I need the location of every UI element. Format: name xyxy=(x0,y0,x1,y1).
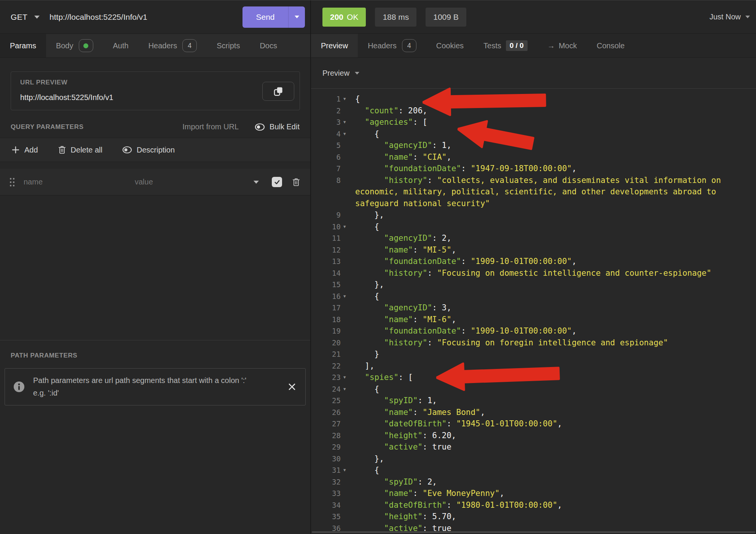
path-parameters-title: PATH PARAMETERS xyxy=(0,340,310,359)
tab-label: Headers xyxy=(148,41,177,50)
green-dot-icon xyxy=(83,43,88,48)
param-name-input[interactable] xyxy=(24,178,135,186)
code-line: 8 "history": "collects, evaluates, and d… xyxy=(311,175,756,210)
code-line: 31▾ { xyxy=(311,464,756,476)
fold-caret-icon[interactable]: ▾ xyxy=(341,128,355,140)
code-line: 23▾ "spies": [ xyxy=(311,372,756,383)
delete-param-trash-icon[interactable] xyxy=(292,178,300,187)
line-number: 4 xyxy=(311,128,341,140)
response-tab-headers[interactable]: Headers4 xyxy=(358,34,426,57)
add-label: Add xyxy=(24,146,38,154)
code-line: 29 "active": true xyxy=(311,441,756,453)
send-button[interactable]: Send xyxy=(242,6,305,28)
code-text: { xyxy=(355,128,736,140)
line-number: 10 xyxy=(311,221,341,233)
request-tab-body[interactable]: Body xyxy=(46,34,103,57)
drag-handle-icon[interactable] xyxy=(8,177,16,188)
gutter: 31▾ xyxy=(311,464,355,476)
request-tab-auth[interactable]: Auth xyxy=(103,34,139,57)
code-text: "active": true xyxy=(355,441,736,453)
fold-caret-icon[interactable]: ▾ xyxy=(341,372,355,383)
gutter: 28 xyxy=(311,430,355,442)
fold-spacer xyxy=(341,348,355,360)
fold-spacer xyxy=(341,499,355,511)
delete-all-button[interactable]: Delete all xyxy=(58,145,102,154)
code-line: 17 "agencyID": 3, xyxy=(311,302,756,314)
gutter: 17 xyxy=(311,302,355,314)
response-tab-tests[interactable]: Tests0 / 0 xyxy=(474,34,537,57)
fold-caret-icon[interactable]: ▾ xyxy=(341,383,355,395)
line-number: 7 xyxy=(311,163,341,175)
code-text: "agencyID": 3, xyxy=(355,302,736,314)
response-tab-console[interactable]: Console xyxy=(587,34,634,57)
code-line: 28 "height": 6.20, xyxy=(311,430,756,442)
line-number: 25 xyxy=(311,395,341,407)
response-tab-cookies[interactable]: Cookies xyxy=(426,34,474,57)
bulk-edit-label: Bulk Edit xyxy=(270,122,300,131)
fold-caret-icon[interactable]: ▾ xyxy=(341,464,355,476)
code-line: 33 "name": "Eve MoneyPenny", xyxy=(311,488,756,499)
bulk-edit-button[interactable]: Bulk Edit xyxy=(255,122,300,131)
tab-label: Params xyxy=(10,41,36,50)
copy-icon xyxy=(273,86,284,97)
fold-caret-icon[interactable]: ▾ xyxy=(341,93,355,105)
code-text: { xyxy=(355,383,736,395)
fold-spacer xyxy=(341,418,355,430)
code-text: "history": "Focusing on foregin intellig… xyxy=(355,337,736,349)
gutter: 9 xyxy=(311,209,355,221)
code-text: "name": "James Bond", xyxy=(355,407,736,418)
gutter: 3▾ xyxy=(311,116,355,128)
fold-spacer xyxy=(341,163,355,175)
method-dropdown-caret-icon[interactable] xyxy=(34,16,40,19)
preview-mode-selector[interactable]: Preview xyxy=(311,58,756,89)
code-line: 3▾ "agencies": [ xyxy=(311,116,756,128)
line-number: 20 xyxy=(311,337,341,349)
response-tab-preview[interactable]: Preview xyxy=(311,34,358,57)
fold-spacer xyxy=(341,279,355,291)
dismiss-info-button[interactable] xyxy=(286,381,298,393)
fold-caret-icon[interactable]: ▾ xyxy=(341,116,355,128)
method-selector[interactable]: GET xyxy=(11,13,27,22)
gutter: 18 xyxy=(311,314,355,326)
response-history-dropdown[interactable]: Just Now xyxy=(710,13,750,21)
code-line: 5 "agencyID": 1, xyxy=(311,140,756,151)
param-options-caret-icon[interactable] xyxy=(254,181,259,184)
add-parameter-button[interactable]: Add xyxy=(11,146,38,154)
code-line: 13 "foundationDate": "1909-10-01T00:00:0… xyxy=(311,256,756,267)
tab-label: Preview xyxy=(321,41,348,50)
request-tab-params[interactable]: Params xyxy=(0,34,46,57)
gutter: 24▾ xyxy=(311,383,355,395)
request-tabs: ParamsBodyAuthHeaders4ScriptsDocs xyxy=(0,34,310,58)
send-options-caret[interactable] xyxy=(288,6,305,28)
code-text: "height": 6.20, xyxy=(355,430,736,442)
send-button-label: Send xyxy=(242,13,288,22)
code-text: "name": "CIA", xyxy=(355,151,736,163)
code-line: 34 "dateOfBirth": "1980-01-01T00:00:00", xyxy=(311,499,756,511)
fold-spacer xyxy=(341,337,355,349)
tab-label: Tests xyxy=(483,41,501,50)
code-line: 24▾ { xyxy=(311,383,756,395)
code-text: "spyID": 2, xyxy=(355,476,736,488)
fold-caret-icon[interactable]: ▾ xyxy=(341,291,355,302)
param-value-input[interactable] xyxy=(135,178,254,186)
line-number: 32 xyxy=(311,476,341,488)
request-tab-docs[interactable]: Docs xyxy=(250,34,287,57)
code-text: "count": 206, xyxy=(355,105,736,117)
request-tab-headers[interactable]: Headers4 xyxy=(139,34,207,57)
import-from-url-button[interactable]: Import from URL xyxy=(182,122,239,131)
request-tab-scripts[interactable]: Scripts xyxy=(207,34,250,57)
code-text: ], xyxy=(355,360,736,372)
copy-url-button[interactable] xyxy=(262,82,294,101)
response-tab-mock[interactable]: →Mock xyxy=(537,34,587,57)
description-toggle-button[interactable]: Description xyxy=(122,146,175,154)
code-text: } xyxy=(355,348,736,360)
gutter: 26 xyxy=(311,407,355,418)
horizontal-scrollbar[interactable] xyxy=(312,531,755,533)
chevron-down-icon xyxy=(745,16,750,18)
code-text: "history": "Focusing on domestic intelli… xyxy=(355,267,736,279)
param-enabled-checkbox[interactable] xyxy=(272,177,282,187)
url-input[interactable] xyxy=(49,13,242,22)
gutter: 1▾ xyxy=(311,93,355,105)
line-number: 11 xyxy=(311,232,341,244)
fold-caret-icon[interactable]: ▾ xyxy=(341,221,355,233)
